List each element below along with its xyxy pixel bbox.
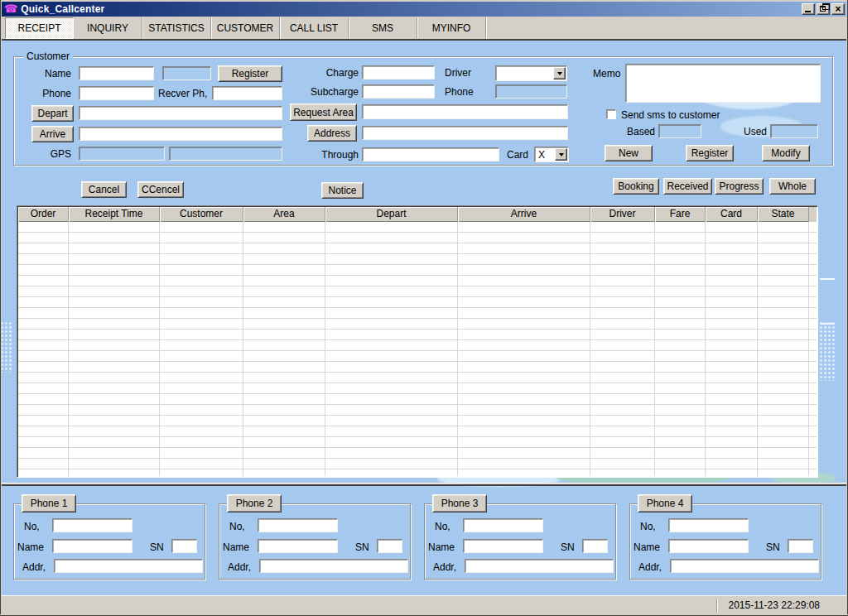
gps2-input — [169, 147, 282, 161]
tab-customer[interactable]: CUSTOMER — [211, 17, 280, 39]
charge-input[interactable] — [362, 65, 435, 79]
tab-myinfo[interactable]: MYINFO — [417, 17, 486, 39]
column-header-area[interactable]: Area — [243, 207, 325, 222]
request-area-button[interactable]: Request Area — [290, 103, 357, 121]
arrive-button[interactable]: Arrive — [31, 126, 74, 142]
received-button[interactable]: Received — [663, 178, 712, 195]
phone-input[interactable] — [79, 86, 154, 100]
minimize-icon — [805, 11, 811, 12]
phone1-addr-input[interactable] — [54, 559, 203, 573]
phone4-name-input[interactable] — [668, 539, 749, 553]
whole-button[interactable]: Whole — [769, 178, 816, 195]
phone4-sn-label: SN — [766, 541, 780, 553]
column-header-order[interactable]: Order — [18, 207, 69, 222]
column-header-depart[interactable]: Depart — [325, 207, 458, 222]
phone-icon: ☎ — [4, 2, 17, 16]
phone1-name-input[interactable] — [52, 539, 132, 553]
table-body[interactable] — [18, 222, 817, 476]
column-header-fare[interactable]: Fare — [655, 207, 706, 222]
column-header-receipt-time[interactable]: Receipt Time — [69, 207, 160, 222]
table-column-gridline — [654, 222, 655, 476]
tab-receipt[interactable]: RECEIPT — [5, 17, 74, 39]
arrive-input[interactable] — [79, 127, 282, 141]
card-dropdown[interactable]: X — [534, 147, 569, 162]
phone2-tab-button[interactable]: Phone 2 — [227, 494, 282, 513]
table-column-gridline — [325, 222, 325, 476]
column-header-state[interactable]: State — [758, 207, 809, 222]
section-divider — [2, 483, 846, 486]
phone4-addr-input[interactable] — [670, 559, 819, 573]
tab-statistics[interactable]: STATISTICS — [142, 17, 211, 39]
booking-button[interactable]: Booking — [613, 178, 659, 195]
table-column-gridline — [243, 222, 243, 476]
column-header-arrive[interactable]: Arrive — [458, 207, 590, 222]
close-button[interactable]: × — [831, 3, 845, 15]
address-button[interactable]: Address — [307, 125, 357, 142]
request-area-input[interactable] — [362, 104, 568, 119]
phone3-no-input[interactable] — [463, 518, 543, 532]
depart-button[interactable]: Depart — [31, 105, 74, 122]
recver-ph-input[interactable] — [212, 86, 282, 100]
memo-label: Memo — [593, 68, 620, 79]
card-label: Card — [507, 149, 528, 161]
phone3-name-input[interactable] — [463, 539, 543, 553]
chevron-down-icon[interactable] — [553, 67, 566, 79]
phone4-no-input[interactable] — [668, 518, 749, 532]
phone2-no-input[interactable] — [258, 518, 338, 532]
notice-button[interactable]: Notice — [321, 182, 364, 199]
phone2-addr-label: Addr, — [228, 561, 251, 573]
ccencel-button[interactable]: CCencel — [137, 181, 184, 198]
titlebar: ☎ Quick_Callcenter × — [2, 2, 846, 17]
gps-label: GPS — [25, 148, 71, 160]
table-column-gridline — [590, 222, 590, 476]
phone1-no-label: No, — [24, 521, 40, 532]
progress-button[interactable]: Progress — [715, 178, 764, 195]
table-header: OrderReceipt TimeCustomerAreaDepartArriv… — [18, 207, 817, 222]
subcharge-input[interactable] — [362, 84, 435, 99]
column-header-card[interactable]: Card — [706, 207, 758, 222]
tab-sms[interactable]: SMS — [349, 17, 417, 39]
through-label: Through — [298, 149, 359, 161]
chevron-down-icon[interactable] — [555, 148, 567, 161]
through-input[interactable] — [362, 147, 499, 161]
phone1-sn-input[interactable] — [171, 539, 197, 553]
phone4-sn-input[interactable] — [788, 539, 813, 553]
name-input[interactable] — [79, 66, 154, 80]
window-frame[interactable] — [0, 0, 2, 616]
modify-button[interactable]: Modify — [762, 145, 810, 161]
restore-button[interactable] — [817, 3, 830, 15]
phone1-name-label: Name — [17, 541, 44, 553]
column-header-customer[interactable]: Customer — [160, 207, 243, 222]
send-sms-checkbox[interactable] — [606, 109, 616, 119]
column-header-driver[interactable]: Driver — [590, 207, 655, 222]
cloud-decoration — [820, 323, 835, 325]
tab-inquiry[interactable]: INQUIRY — [74, 17, 142, 39]
phone3-name-label: Name — [428, 541, 455, 553]
table-column-gridline — [457, 222, 458, 476]
register-top-button[interactable]: Register — [218, 65, 282, 82]
phone4-tab-button[interactable]: Phone 4 — [638, 494, 692, 513]
window-title: Quick_Callcenter — [21, 3, 104, 15]
driver-dropdown[interactable] — [495, 65, 567, 81]
register-button[interactable]: Register — [686, 145, 734, 161]
phone2-addr-input[interactable] — [259, 559, 408, 573]
statusbar: 2015-11-23 22:29:08 — [2, 595, 846, 614]
phone3-tab-button[interactable]: Phone 3 — [432, 494, 487, 513]
depart-input[interactable] — [79, 106, 282, 120]
phone1-no-input[interactable] — [52, 518, 132, 532]
tab-call-list[interactable]: CALL LIST — [280, 17, 349, 39]
new-button[interactable]: New — [605, 145, 653, 161]
phone4-addr-label: Addr, — [638, 561, 662, 573]
statusbar-divider — [717, 599, 718, 612]
phone2-name-input[interactable] — [258, 539, 338, 553]
memo-textarea[interactable] — [625, 64, 821, 103]
phone1-tab-button[interactable]: Phone 1 — [22, 494, 76, 513]
cancel-button[interactable]: Cancel — [81, 181, 127, 198]
phone4-name-label: Name — [634, 541, 660, 553]
phone2-sn-input[interactable] — [377, 539, 402, 553]
minimize-button[interactable] — [802, 3, 815, 15]
phone3-sn-label: SN — [561, 541, 575, 553]
phone3-sn-input[interactable] — [582, 539, 608, 553]
address-input[interactable] — [362, 126, 568, 140]
phone3-addr-input[interactable] — [465, 559, 614, 573]
